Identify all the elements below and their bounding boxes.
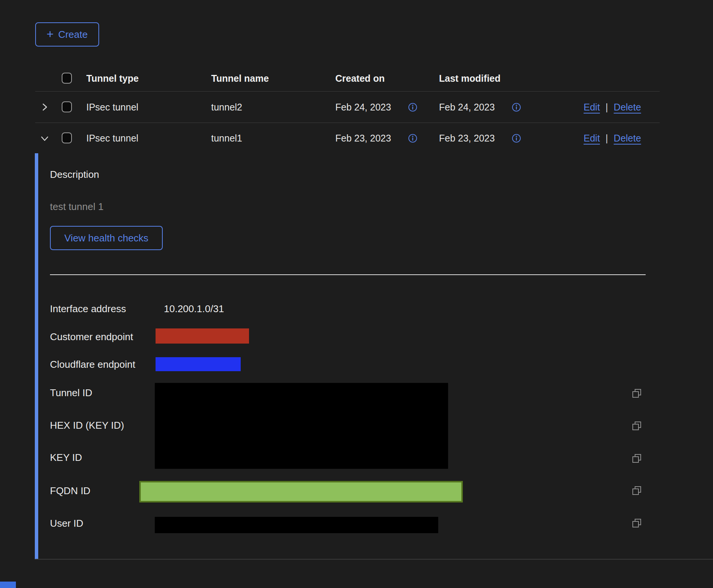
view-health-checks-label: View health checks (64, 232, 148, 244)
copy-icon (631, 485, 643, 496)
copy-icon (631, 518, 643, 529)
header-created-on: Created on (335, 73, 385, 84)
interface-address-label: Interface address (50, 303, 126, 315)
action-separator: | (606, 102, 608, 113)
edit-link[interactable]: Edit (584, 102, 600, 113)
section-divider (50, 274, 646, 275)
cloudflare-endpoint-label: Cloudflare endpoint (50, 359, 135, 370)
copy-fqdn-id-button[interactable] (631, 485, 643, 496)
copy-hex-id-button[interactable] (631, 420, 643, 432)
last-modified-cell: Feb 23, 2023 (439, 133, 495, 144)
interface-address-value: 10.200.1.0/31 (164, 303, 224, 315)
fqdn-id-label: FQDN ID (50, 485, 90, 497)
view-health-checks-button[interactable]: View health checks (50, 226, 163, 250)
key-id-label: KEY ID (50, 452, 82, 464)
copy-user-id-button[interactable] (631, 518, 643, 529)
row-checkbox[interactable] (62, 132, 72, 143)
user-id-label: User ID (50, 518, 83, 529)
user-id-redaction (155, 517, 438, 533)
customer-endpoint-redaction (156, 328, 249, 344)
description-value: test tunnel 1 (50, 201, 104, 213)
info-icon[interactable] (512, 103, 521, 112)
copy-icon (631, 388, 643, 399)
expanded-accent-bar (35, 153, 38, 559)
action-separator: | (606, 133, 608, 144)
edit-link[interactable]: Edit (584, 133, 600, 144)
info-icon[interactable] (408, 103, 417, 112)
tunnel-type-cell: IPsec tunnel (86, 102, 139, 113)
copy-icon (631, 453, 643, 464)
ipsec-tunnels-page: + Create Tunnel type Tunnel name Created… (0, 0, 713, 588)
select-all-checkbox[interactable] (62, 73, 72, 84)
last-modified-cell: Feb 24, 2023 (439, 102, 495, 113)
row-divider (35, 123, 660, 123)
customer-endpoint-label: Customer endpoint (50, 331, 133, 343)
tunnel-id-label: Tunnel ID (50, 387, 92, 399)
delete-link[interactable]: Delete (614, 102, 641, 113)
created-on-cell: Feb 23, 2023 (335, 133, 391, 144)
chevron-down-icon[interactable] (40, 134, 49, 143)
plus-icon: + (47, 28, 54, 40)
tunnel-type-cell: IPsec tunnel (86, 133, 139, 144)
header-last-modified: Last modified (439, 73, 501, 84)
copy-tunnel-id-button[interactable] (631, 388, 643, 399)
description-label: Description (50, 169, 99, 180)
info-icon[interactable] (408, 134, 417, 143)
header-tunnel-type: Tunnel type (86, 73, 139, 84)
created-on-cell: Feb 24, 2023 (335, 102, 391, 113)
tunnel-name-cell: tunnel1 (211, 133, 242, 144)
delete-link[interactable]: Delete (614, 133, 641, 144)
hex-id-label: HEX ID (KEY ID) (50, 420, 124, 431)
panel-bottom-divider (35, 559, 713, 560)
header-tunnel-name: Tunnel name (211, 73, 269, 84)
create-button-label: Create (58, 29, 88, 40)
chevron-right-icon[interactable] (40, 103, 49, 112)
tunnel-name-cell: tunnel2 (211, 102, 242, 113)
copy-key-id-button[interactable] (631, 453, 643, 464)
cloudflare-endpoint-redaction (156, 357, 241, 371)
row-checkbox[interactable] (62, 101, 72, 112)
copy-icon (631, 420, 643, 432)
info-icon[interactable] (512, 134, 521, 143)
fqdn-id-redaction (139, 481, 463, 502)
ids-redaction (155, 383, 448, 469)
create-button[interactable]: + Create (35, 22, 99, 47)
header-divider (35, 91, 660, 92)
bottom-left-accent (0, 582, 16, 588)
